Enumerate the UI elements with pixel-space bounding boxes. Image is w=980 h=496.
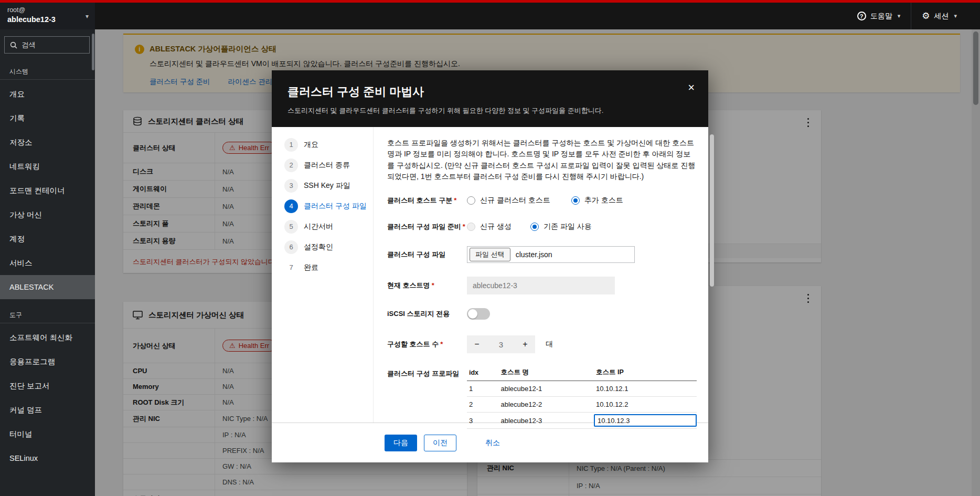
sidebar-item-networking[interactable]: 네트워킹 bbox=[0, 154, 95, 178]
radio-icon bbox=[571, 196, 580, 205]
masthead-hostname: ablecube12-3 bbox=[7, 15, 88, 25]
host-count-value: 3 bbox=[487, 340, 515, 349]
wizard-step-ssh-key[interactable]: 3SSH Key 파일 bbox=[272, 175, 373, 196]
wizard-step-time-server[interactable]: 5시간서버 bbox=[272, 216, 373, 237]
masthead-username: root@ bbox=[7, 6, 88, 15]
iscsi-toggle[interactable] bbox=[467, 308, 490, 320]
sidebar-item-podman[interactable]: 포드맨 컨테이너 bbox=[0, 178, 95, 203]
wizard-step-confirm[interactable]: 6설정확인 bbox=[272, 237, 373, 257]
host-switcher[interactable]: root@ ablecube12-3 ▾ bbox=[0, 3, 95, 29]
sidebar-item-logs[interactable]: 기록 bbox=[0, 106, 95, 130]
wizard-step-content: 호스트 프로파일을 생성하기 위해서는 클러스터를 구성하는 호스트 및 가상머… bbox=[374, 127, 716, 423]
selected-filename: cluster.json bbox=[516, 250, 552, 259]
field-label-current-hostname: 현재 호스트명* bbox=[387, 281, 467, 290]
sidebar-item-ablestack[interactable]: ABLESTACK bbox=[0, 275, 95, 299]
chevron-down-icon: ▾ bbox=[86, 13, 89, 20]
sidebar-item-terminal[interactable]: 터미널 bbox=[0, 422, 95, 446]
host-count-stepper: − 3 + bbox=[467, 335, 535, 353]
table-row: 1 ablecube12-1 10.10.12.1 bbox=[467, 381, 697, 397]
question-circle-icon: ? bbox=[857, 12, 866, 20]
config-file-input[interactable]: 파일 선택 cluster.json bbox=[467, 246, 635, 263]
masthead: root@ ablecube12-3 ▾ ? 도움말 ▾ ⚙ 세션 ▾ bbox=[0, 3, 980, 29]
search-placeholder: 검색 bbox=[22, 40, 36, 50]
chevron-down-icon: ▾ bbox=[954, 13, 957, 19]
divider bbox=[0, 323, 95, 323]
chevron-down-icon: ▾ bbox=[898, 13, 901, 19]
wizard-step-overview[interactable]: 1개요 bbox=[272, 134, 373, 155]
wizard-header: 클러스터 구성 준비 마법사 스토리지센터 및 클라우드센터 클러스터를 구성하… bbox=[272, 70, 708, 127]
radio-icon bbox=[467, 196, 475, 205]
page: i ABLESTACK 가상어플라이언스 상태 스토리지센터 및 클라우드센터 … bbox=[0, 0, 980, 496]
radio-new-cluster-host[interactable]: 신규 클러스터 호스트 bbox=[467, 196, 550, 205]
sidebar-item-software-updates[interactable]: 소프트웨어 최신화 bbox=[0, 325, 95, 350]
sidebar-item-diagnostic-reports[interactable]: 진단 보고서 bbox=[0, 374, 95, 398]
step-description: 호스트 프로파일을 생성하기 위해서는 클러스터를 구성하는 호스트 및 가상머… bbox=[387, 138, 697, 182]
sidebar-item-virtual-machines[interactable]: 가상 머신 bbox=[0, 203, 95, 227]
cancel-button[interactable]: 취소 bbox=[485, 438, 500, 448]
field-label-host-count: 구성할 호스트 수* bbox=[387, 340, 467, 349]
field-label-iscsi-only: iSCSI 스토리지 전용 bbox=[387, 309, 467, 319]
field-label-profile: 클러스터 구성 프로파일 bbox=[387, 366, 467, 378]
back-button[interactable]: 이전 bbox=[424, 435, 456, 451]
host-count-unit: 대 bbox=[546, 340, 553, 349]
sidebar-item-overview[interactable]: 개요 bbox=[0, 82, 95, 106]
column-header-hostname: 호스트 명 bbox=[498, 366, 594, 381]
file-select-button[interactable]: 파일 선택 bbox=[470, 248, 510, 261]
table-row: 3 ablecube12-3 bbox=[467, 413, 697, 429]
close-icon[interactable]: × bbox=[688, 82, 695, 93]
toggle-knob bbox=[468, 309, 477, 319]
radio-use-existing-file[interactable]: 기존 파일 사용 bbox=[530, 222, 592, 231]
sidebar-item-selinux[interactable]: SELinux bbox=[0, 446, 95, 470]
session-label: 세션 bbox=[934, 12, 949, 21]
divider bbox=[0, 79, 95, 80]
wizard-step-cluster-type[interactable]: 2클러스터 종류 bbox=[272, 155, 373, 175]
field-label-config-file: 클러스터 구성 파일 bbox=[387, 250, 467, 259]
sidebar-search-input[interactable]: 검색 bbox=[4, 36, 90, 54]
wizard-step-done[interactable]: 7완료 bbox=[272, 257, 373, 278]
gear-icon: ⚙ bbox=[922, 12, 930, 20]
cluster-wizard-modal: 클러스터 구성 준비 마법사 스토리지센터 및 클라우드센터 클러스터를 구성하… bbox=[272, 70, 708, 462]
wizard-title: 클러스터 구성 준비 마법사 bbox=[287, 84, 693, 100]
radio-additional-host[interactable]: 추가 호스트 bbox=[571, 196, 623, 205]
field-label-host-type: 클러스터 호스트 구분* bbox=[387, 196, 467, 205]
column-header-idx: idx bbox=[467, 366, 498, 381]
wizard-scrollbar[interactable] bbox=[710, 134, 714, 287]
wizard-steps-nav: 1개요 2클러스터 종류 3SSH Key 파일 4클러스터 구성 파일 5시간… bbox=[272, 127, 374, 423]
help-label: 도움말 bbox=[870, 12, 892, 21]
radio-icon bbox=[467, 223, 475, 231]
sidebar-section-system: 시스템 bbox=[0, 62, 95, 79]
next-button[interactable]: 다음 bbox=[385, 435, 417, 451]
host-ip-input[interactable] bbox=[594, 414, 697, 427]
wizard-subtitle: 스토리지센터 및 클라우드센터 클러스터를 구성하기 위해 필요한 다양한 정보… bbox=[287, 106, 693, 115]
sidebar-item-kernel-dump[interactable]: 커널 덤프 bbox=[0, 398, 95, 422]
field-label-file-prep: 클러스터 구성 파일 준비* bbox=[387, 222, 467, 231]
column-header-host-ip: 호스트 IP bbox=[594, 366, 697, 381]
wizard-step-cluster-config-file[interactable]: 4클러스터 구성 파일 bbox=[272, 196, 373, 216]
search-icon bbox=[10, 41, 17, 49]
sidebar-item-accounts[interactable]: 계정 bbox=[0, 227, 95, 251]
sidebar-section-tools: 도구 bbox=[0, 299, 95, 323]
minus-button[interactable]: − bbox=[467, 340, 487, 349]
sidebar-item-services[interactable]: 서비스 bbox=[0, 251, 95, 275]
radio-icon bbox=[530, 223, 539, 231]
radio-new-create[interactable]: 신규 생성 bbox=[467, 222, 512, 231]
cluster-profile-table: idx 호스트 명 호스트 IP 1 ablecube12-1 10.10.12… bbox=[467, 366, 697, 429]
sidebar-item-storage[interactable]: 저장소 bbox=[0, 130, 95, 154]
sidebar-item-applications[interactable]: 응용프로그램 bbox=[0, 350, 95, 374]
plus-button[interactable]: + bbox=[515, 340, 535, 349]
table-row: 2 ablecube12-2 10.10.12.2 bbox=[467, 397, 697, 413]
help-menu-button[interactable]: ? 도움말 ▾ bbox=[847, 3, 911, 29]
current-hostname-field bbox=[467, 277, 615, 294]
session-menu-button[interactable]: ⚙ 세션 ▾ bbox=[911, 3, 967, 29]
sidebar: 검색 시스템 개요 기록 저장소 네트워킹 포드맨 컨테이너 가상 머신 계정 … bbox=[0, 29, 95, 496]
